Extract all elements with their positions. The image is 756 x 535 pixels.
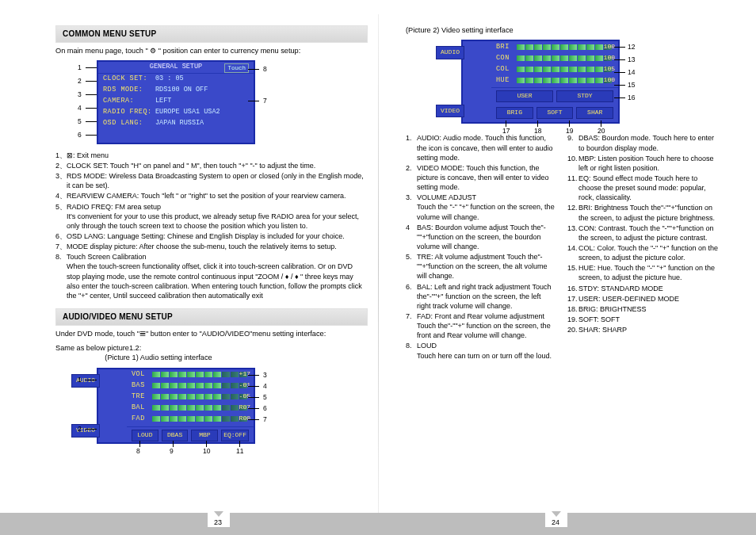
slider-row: BAS-01 bbox=[127, 380, 254, 392]
panel-button: EQ:OFF bbox=[221, 430, 249, 441]
list-item: 14.COL: Color. Touch the "-" "+" functio… bbox=[567, 243, 718, 262]
list-item: 18.BRIG: BRIGHTNESS bbox=[567, 304, 718, 314]
list-item: 7、MODE display picture: After choose the… bbox=[55, 242, 368, 251]
list-item: 11.EQ: Sound effect mode Touch here to c… bbox=[567, 174, 718, 202]
setting-row: CLOCK SET:03 : 05 bbox=[98, 74, 254, 85]
definition-list: 1、⊠: Exit menu2、CLOCK SET: Touch "H" on … bbox=[55, 151, 368, 300]
list-item: 2.VIDEO MODE: Touch this function, the p… bbox=[406, 163, 556, 192]
list-item: 6、OSD LANG: Language Setting: Chinese an… bbox=[55, 231, 368, 241]
panel-button: STDY bbox=[556, 90, 613, 102]
subtitle: Same as below picture1.2: bbox=[55, 343, 368, 353]
list-item: 7.FAD: Front and Rear volume adjustment … bbox=[406, 311, 556, 340]
page-spread: COMMON MENU SETUP On main menu page, tou… bbox=[0, 0, 756, 535]
list-item: 16.STDY: STANDARD MODE bbox=[567, 284, 718, 293]
list-item: 4BAS: Bourdon volume adjust Touch the"-"… bbox=[406, 223, 556, 251]
slider-row: CON100 bbox=[491, 52, 618, 63]
list-item: 9.DBAS: Bourdon mode. Touch here to ente… bbox=[567, 133, 718, 152]
list-item: 8.Touch Screen CalibrationWhen the touch… bbox=[55, 252, 368, 300]
list-item: 2、CLOCK SET: Touch "H" on panel and " M"… bbox=[55, 161, 368, 170]
panel-button: SHAR bbox=[576, 107, 613, 119]
section-intro: On main menu page, touch " ⚙ " position … bbox=[55, 46, 368, 55]
setting-row: RDS MODE:RDS100 ON OFF bbox=[98, 85, 254, 96]
section-header: AUDIO/VIDEO MENU SETUP bbox=[55, 308, 368, 326]
page-number: 24 bbox=[545, 511, 567, 527]
setting-row: RADIO FREQ:EUROPE USA1 USA2 bbox=[98, 107, 254, 118]
page-divider bbox=[378, 14, 379, 521]
slider-row: HUE100 bbox=[491, 75, 618, 86]
list-item: 13.CON: Contrast. Touch the "-""+"functi… bbox=[567, 224, 718, 243]
list-item: 5、RADIO FREQ: FM area setupIt's convenie… bbox=[55, 202, 368, 231]
footer-bar bbox=[0, 513, 756, 535]
list-item: 19.SOFT: SOFT bbox=[567, 315, 718, 324]
panel-button: LOUD bbox=[132, 430, 158, 441]
page-24: (Picture 2) Video setting interface AUDI… bbox=[387, 25, 718, 516]
list-item: 6.BAL: Left and right track adjustment T… bbox=[406, 282, 556, 311]
panel-button: SOFT bbox=[536, 107, 574, 119]
slider-row: COL105 bbox=[491, 63, 618, 75]
list-item: 5.TRE: Alt volume adjustment Touch the"-… bbox=[406, 252, 556, 281]
list-item: 3、RDS MODE: Wireless Data Broadcasting S… bbox=[55, 171, 368, 190]
setting-row: OSD LANG:JAPAN RUSSIA bbox=[98, 118, 254, 129]
slider-row: VOL+17 bbox=[127, 369, 254, 380]
tab-video: VIDEO bbox=[436, 105, 464, 118]
list-item: 1、⊠: Exit menu bbox=[55, 151, 368, 160]
panel-button: BRIG bbox=[496, 107, 533, 119]
panel-button: USER bbox=[496, 90, 553, 102]
slider-row: BRI100 bbox=[491, 41, 618, 52]
list-item: 8.LOUDTouch here can turn on or turn off… bbox=[406, 341, 556, 360]
list-item: 1.AUDIO: Audio mode. Touch this function… bbox=[406, 133, 556, 162]
list-item: 20.SHAR: SHARP bbox=[567, 325, 718, 334]
slider-row: FADR00 bbox=[127, 414, 254, 425]
setting-row: CAMERA:LEFT bbox=[98, 96, 254, 107]
figure-caption: (Picture 2) Video setting interface bbox=[406, 25, 718, 35]
page-23: COMMON MENU SETUP On main menu page, tou… bbox=[55, 25, 387, 516]
panel-button: DBAS bbox=[162, 430, 189, 441]
list-item: 17.USER: USER-DEFINED MODE bbox=[567, 294, 718, 304]
page-number: 23 bbox=[208, 511, 230, 527]
touch-badge: Touch bbox=[224, 63, 249, 73]
section-intro: Under DVD mode, touch "𝌆" button enter t… bbox=[55, 329, 368, 338]
figure-audio-setting: AUDIO VIDEO VOL+17BAS-01TRE-05BALR07FADR… bbox=[79, 368, 285, 444]
panel-title: GENERAL SETUP bbox=[150, 63, 202, 71]
tab-audio: AUDIO bbox=[436, 46, 464, 59]
tab-audio: AUDIO bbox=[71, 374, 100, 388]
slider-row: BALR07 bbox=[127, 403, 254, 414]
list-item: 10.MBP: Listen position Touch here to ch… bbox=[567, 154, 718, 173]
slider-row: TRE-05 bbox=[127, 392, 254, 403]
section-header: COMMON MENU SETUP bbox=[55, 25, 368, 43]
list-item: 3.VOLUME ADJUSTTouch the "-" "+" functio… bbox=[406, 193, 556, 221]
figure-general-setup: GENERAL SETUP Touch CLOCK SET:03 : 05RDS… bbox=[79, 60, 269, 144]
tab-video: VIDEO bbox=[71, 424, 100, 438]
figure-video-setting: AUDIO VIDEO BRI100CON100COL105HUE100 USE… bbox=[461, 40, 667, 124]
list-item: 15.HUE: Hue. Touch the "-" "+" function … bbox=[567, 263, 718, 282]
figure-caption: (Picture 1) Audio setting interface bbox=[79, 353, 238, 362]
list-item: 12.BRI: Brightness Touch the"-""+"functi… bbox=[567, 203, 718, 222]
list-item: 4、REARVIEW CAMERA: Touch "left " or "rig… bbox=[55, 191, 368, 201]
definition-list-left: 1.AUDIO: Audio mode. Touch this function… bbox=[406, 133, 556, 361]
panel-button: MBP bbox=[191, 430, 218, 441]
definition-list-right: 9.DBAS: Bourdon mode. Touch here to ente… bbox=[567, 133, 718, 361]
